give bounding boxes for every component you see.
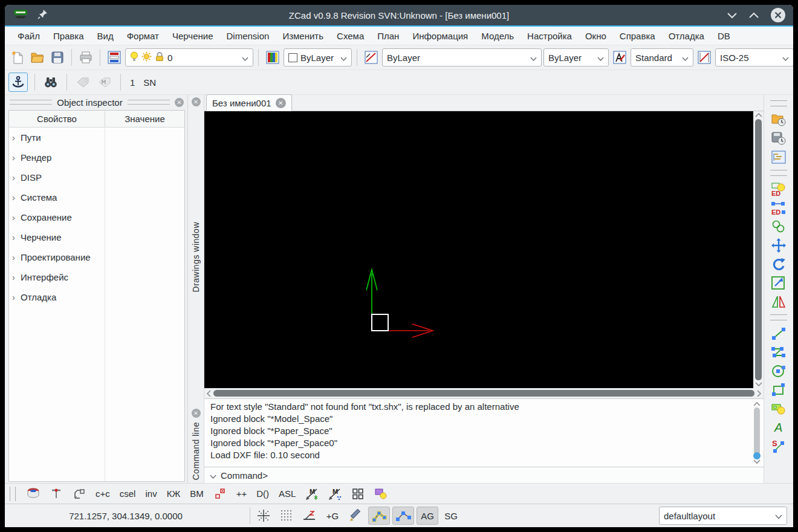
command-log-scroll-thumb[interactable] [754, 407, 760, 458]
open-file-button[interactable] [28, 48, 47, 66]
expand-chevron-icon[interactable]: › [12, 252, 15, 262]
select-plusplus-button[interactable]: ++ [234, 487, 250, 500]
draw-spline-button[interactable]: S [769, 436, 788, 455]
menu-window[interactable]: Окно [579, 31, 613, 41]
draw-polyline-button[interactable] [769, 343, 788, 362]
edit-entity-button[interactable]: ED [769, 180, 788, 198]
inspector-row-render[interactable]: ›Рендер [9, 148, 184, 167]
inspector-row-debug[interactable]: ›Отладка [9, 287, 184, 307]
scroll-up-icon[interactable] [755, 112, 762, 117]
scroll-right-icon[interactable] [757, 390, 762, 397]
move-button[interactable] [769, 236, 788, 255]
magnet-button[interactable] [24, 485, 42, 503]
lineweight-select[interactable]: ByLayer [543, 48, 609, 66]
linetype-select[interactable]: ByLayer [382, 48, 542, 66]
select-cc-button[interactable]: c+c [93, 487, 112, 500]
inspector-row-saving[interactable]: ›Сохранение [9, 207, 184, 227]
dock-grip[interactable] [10, 100, 52, 105]
layer-select[interactable]: 0 [125, 48, 253, 66]
red-squares-button[interactable] [211, 485, 229, 503]
grid-four-button[interactable] [349, 485, 367, 503]
menu-draw[interactable]: Черчение [166, 31, 220, 41]
copy-button[interactable] [769, 217, 788, 236]
command-log-scrollbar[interactable] [753, 401, 761, 464]
minimize-button[interactable] [727, 12, 738, 19]
layer-manager-button[interactable] [105, 48, 123, 66]
inspector-row-design[interactable]: ›Проектирование [9, 247, 184, 267]
menu-plan[interactable]: План [371, 31, 406, 41]
sg-toggle[interactable]: SG [441, 507, 461, 524]
find-button[interactable] [42, 73, 60, 91]
save-button[interactable] [48, 48, 66, 66]
toolbar-grip[interactable] [10, 487, 16, 501]
select-d-button[interactable]: D() [254, 487, 271, 500]
menu-edit[interactable]: Правка [47, 31, 91, 41]
draw-shapes-button[interactable] [769, 399, 788, 418]
inspector-row-disp[interactable]: ›DISP [9, 167, 184, 187]
pin-point-button[interactable] [47, 485, 65, 503]
endpoint-snap-toggle[interactable] [392, 507, 414, 525]
dim-style-select[interactable]: ISO-25 [715, 48, 793, 66]
column-property[interactable]: Свойство [9, 111, 105, 127]
column-divider[interactable] [105, 127, 105, 481]
form-editor-button[interactable] [769, 148, 788, 166]
expand-chevron-icon[interactable]: › [12, 232, 15, 242]
toolbar-grip[interactable] [770, 100, 787, 106]
command-prompt[interactable]: Command> [204, 467, 764, 483]
select-asl-button[interactable]: ASL [276, 487, 298, 500]
menu-model[interactable]: Модель [475, 31, 521, 41]
scroll-down-icon[interactable] [755, 382, 762, 387]
open-recent-button[interactable] [769, 110, 788, 129]
command-dock-bar[interactable]: ✕ Command line [188, 406, 204, 483]
ag-toggle[interactable]: AG [417, 507, 438, 525]
menu-help[interactable]: Справка [613, 31, 662, 41]
object-inspector-header[interactable]: Object inspector ✕ [5, 95, 187, 109]
select-kzh-button[interactable]: КЖ [164, 487, 183, 500]
layout-select[interactable]: defaultlayout [659, 507, 787, 525]
scroll-up-icon[interactable] [753, 401, 761, 406]
menu-view[interactable]: Вид [91, 31, 120, 41]
inspector-row-interface[interactable]: ›Интерфейс [9, 267, 184, 287]
inspector-row-drafting[interactable]: ›Черчение [9, 227, 184, 247]
linetype-manager-button[interactable] [362, 48, 380, 66]
vertical-scroll-thumb[interactable] [755, 119, 762, 380]
draw-line-button[interactable] [769, 324, 788, 343]
mirror-button[interactable] [769, 292, 788, 311]
text-style-manager-button[interactable] [611, 48, 629, 66]
scale-button[interactable] [769, 273, 788, 292]
text-style-select[interactable]: Standard [631, 48, 693, 66]
menu-schema[interactable]: Схема [330, 31, 371, 41]
select-vm-button[interactable]: ВМ [187, 487, 206, 500]
menu-file[interactable]: Файл [11, 31, 47, 41]
ortho-z-toggle[interactable] [299, 507, 320, 524]
menu-settings[interactable]: Настройка [521, 31, 579, 41]
new-file-button[interactable] [8, 48, 27, 66]
group-shapes-button[interactable] [372, 485, 390, 503]
chevron-down-icon[interactable] [210, 470, 216, 481]
tag-button[interactable] [74, 73, 92, 91]
maximize-button[interactable] [748, 12, 759, 19]
color-manager-button[interactable] [264, 48, 282, 66]
menu-information[interactable]: Информация [406, 31, 475, 41]
menu-debug[interactable]: Отладка [662, 31, 711, 41]
select-csel-button[interactable]: csel [117, 487, 138, 500]
inspector-row-system[interactable]: ›Система [9, 187, 184, 207]
expand-chevron-icon[interactable]: › [12, 212, 15, 222]
drawing-canvas[interactable] [204, 111, 753, 388]
edit-nodes-button[interactable]: ED [769, 198, 788, 217]
draw-text-button[interactable]: A [769, 418, 788, 436]
draft-pencil-toggle[interactable] [345, 507, 366, 524]
g-snap-toggle[interactable]: +G [322, 507, 343, 524]
snap-mode-label[interactable]: SN [141, 77, 158, 88]
tag-m-button[interactable] [96, 73, 114, 91]
column-value[interactable]: Значение [105, 111, 184, 127]
grid-dots-toggle[interactable] [276, 507, 297, 524]
m-brush-star-button[interactable]: М [303, 485, 321, 503]
drawings-dock-close-icon[interactable]: ✕ [192, 97, 201, 106]
close-button[interactable] [770, 7, 786, 23]
menu-format[interactable]: Формат [120, 31, 166, 41]
expand-chevron-icon[interactable]: › [12, 272, 15, 282]
node-snap-toggle[interactable] [368, 507, 390, 525]
block-tool-button[interactable] [70, 485, 88, 503]
drawings-dock-bar[interactable]: ✕ Drawings window [188, 95, 204, 406]
